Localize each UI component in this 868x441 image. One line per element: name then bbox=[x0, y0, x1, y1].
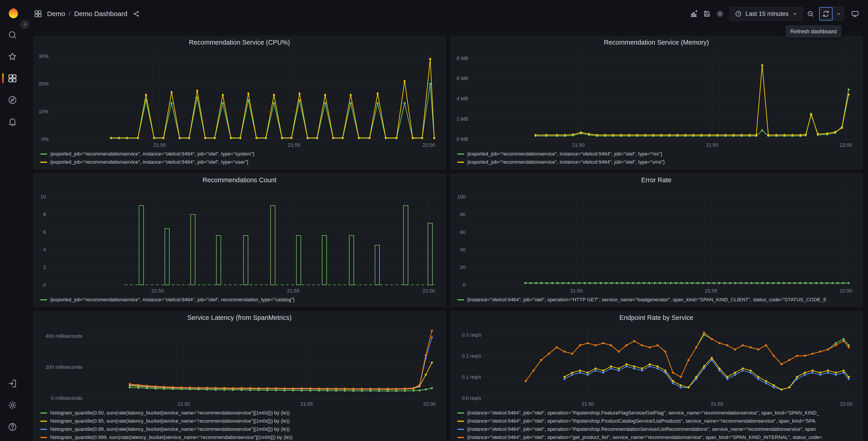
sidebar-item-explore[interactable] bbox=[0, 89, 25, 111]
sidebar-nav-top bbox=[0, 24, 25, 133]
svg-text:30%: 30% bbox=[38, 53, 49, 59]
svg-text:100: 100 bbox=[457, 194, 465, 200]
sidebar bbox=[0, 0, 25, 441]
svg-text:0.3 req/s: 0.3 req/s bbox=[462, 332, 481, 338]
legend-item[interactable]: {instance="otelcol:9464", job="otel", op… bbox=[457, 409, 858, 417]
svg-text:40: 40 bbox=[460, 247, 465, 253]
svg-text:4 MB: 4 MB bbox=[456, 96, 468, 101]
svg-text:0.2 req/s: 0.2 req/s bbox=[462, 353, 481, 359]
legend-label: histogram_quantile(0.50, sum(rate(latenc… bbox=[50, 410, 290, 416]
refresh-interval-dropdown[interactable] bbox=[834, 7, 844, 21]
save-dashboard-button[interactable] bbox=[700, 7, 713, 20]
panel-legend: {instance="otelcol:9464", job="otel", op… bbox=[451, 409, 863, 441]
sign-in-icon bbox=[8, 379, 17, 388]
legend-item[interactable]: {instance="otelcol:9464", job="otel", op… bbox=[457, 425, 858, 433]
grafana-logo-icon[interactable] bbox=[6, 7, 19, 20]
svg-text:21:55: 21:55 bbox=[711, 401, 723, 407]
svg-text:400 milliseconds: 400 milliseconds bbox=[45, 333, 82, 339]
legend-label: histogram_quantile(0.95, sum(rate(latenc… bbox=[50, 418, 290, 424]
legend-item[interactable]: histogram_quantile(0.95, sum(rate(latenc… bbox=[40, 417, 441, 425]
legend-label: {instance="otelcol:9464", job="otel", op… bbox=[467, 426, 816, 432]
add-panel-icon bbox=[690, 10, 698, 18]
legend-label: {instance="otelcol:9464", job="otel", op… bbox=[467, 297, 827, 303]
svg-text:20: 20 bbox=[460, 264, 465, 270]
time-range-picker[interactable]: Last 15 minutes bbox=[730, 7, 803, 21]
panel-title[interactable]: Recommendation Service (Memory) bbox=[451, 36, 863, 49]
legend-swatch bbox=[40, 153, 47, 155]
chevron-down-icon bbox=[836, 11, 841, 17]
panel-legend: {instance="otelcol:9464", job="otel", op… bbox=[451, 296, 863, 304]
gear-icon bbox=[8, 401, 17, 410]
breadcrumb-section[interactable]: Demo bbox=[47, 10, 65, 18]
legend-item[interactable]: {instance="otelcol:9464", job="otel", op… bbox=[457, 417, 858, 425]
svg-text:22:00: 22:00 bbox=[839, 142, 852, 148]
sidebar-item-dashboards[interactable] bbox=[0, 67, 25, 89]
chart-canvas[interactable]: 21:5021:5522:000246810 bbox=[37, 186, 441, 295]
refresh-tooltip: Refresh dashboard bbox=[786, 25, 841, 37]
zoom-out-time-button[interactable] bbox=[804, 7, 817, 21]
sidebar-item-settings[interactable] bbox=[0, 394, 25, 416]
breadcrumb-page[interactable]: Demo Dashboard bbox=[74, 10, 127, 18]
legend-item[interactable]: {instance="otelcol:9464", job="otel", op… bbox=[457, 296, 858, 304]
legend-item[interactable]: {exported_job="recommendationservice", i… bbox=[457, 158, 858, 166]
legend-item[interactable]: histogram_quantile(0.99, sum(rate(latenc… bbox=[40, 425, 441, 433]
svg-text:0.1 req/s: 0.1 req/s bbox=[462, 374, 481, 380]
svg-text:80: 80 bbox=[460, 212, 465, 217]
panel-endpoint-rate: Endpoint Rate by Service 21:5021:5522:00… bbox=[450, 311, 863, 441]
sidebar-expand-button[interactable] bbox=[20, 20, 29, 29]
legend-label: {exported_job="recommendationservice", i… bbox=[50, 159, 248, 165]
legend-item[interactable]: histogram_quantile(0.50, sum(rate(latenc… bbox=[40, 409, 441, 417]
svg-text:21:50: 21:50 bbox=[178, 401, 190, 407]
panel-recommendation-cpu: Recommendation Service (CPU%) 21:5021:55… bbox=[33, 36, 446, 169]
legend-item[interactable]: {instance="otelcol:9464", job="otel", op… bbox=[457, 433, 858, 441]
chevron-right-icon bbox=[23, 22, 27, 27]
legend-swatch bbox=[40, 299, 47, 300]
star-icon bbox=[8, 52, 17, 61]
legend-swatch bbox=[40, 421, 47, 422]
panel-title[interactable]: Service Latency (from SpanMetrics) bbox=[33, 312, 445, 324]
sidebar-item-sign-in[interactable] bbox=[0, 373, 25, 394]
svg-text:22:00: 22:00 bbox=[840, 401, 852, 407]
zoom-out-icon bbox=[807, 10, 814, 18]
legend-label: {exported_job="recommendationservice", i… bbox=[50, 151, 254, 157]
legend-label: histogram_quantile(0.99, sum(rate(latenc… bbox=[50, 426, 290, 432]
legend-item[interactable]: {exported_job="recommendationservice", i… bbox=[457, 150, 858, 158]
tv-mode-button[interactable] bbox=[848, 7, 862, 20]
dashboard-settings-button[interactable] bbox=[713, 7, 726, 20]
panel-title[interactable]: Recommendations Count bbox=[33, 174, 445, 186]
legend-item[interactable]: {exported_job="recommendationservice", i… bbox=[40, 296, 441, 304]
legend-item[interactable]: {exported_job="recommendationservice", i… bbox=[40, 158, 441, 166]
svg-text:60: 60 bbox=[460, 229, 465, 235]
panel-error-rate: Error Rate 21:5021:5522:00020406080100 {… bbox=[450, 174, 863, 307]
sidebar-item-help[interactable] bbox=[0, 416, 25, 438]
add-panel-button[interactable] bbox=[687, 7, 700, 20]
svg-text:4: 4 bbox=[43, 247, 46, 253]
svg-text:10: 10 bbox=[40, 194, 46, 200]
legend-item[interactable]: {exported_job="recommendationservice", i… bbox=[40, 150, 441, 158]
chart-canvas[interactable]: 21:5021:5522:000 milliseconds200 millise… bbox=[37, 324, 441, 408]
svg-text:21:50: 21:50 bbox=[570, 288, 583, 294]
svg-text:8 MB: 8 MB bbox=[456, 56, 468, 61]
chart-canvas[interactable]: 21:5021:5522:000 MB2 MB4 MB6 MB8 MB bbox=[455, 49, 859, 149]
legend-item[interactable]: histogram_quantile(0.999, sum(rate(laten… bbox=[40, 433, 441, 441]
legend-swatch bbox=[457, 161, 464, 163]
panel-title[interactable]: Recommendation Service (CPU%) bbox=[33, 36, 445, 49]
legend-swatch bbox=[457, 153, 464, 155]
share-dashboard-button[interactable] bbox=[133, 10, 140, 17]
svg-text:21:55: 21:55 bbox=[301, 401, 313, 407]
panel-title[interactable]: Endpoint Rate by Service bbox=[451, 312, 863, 324]
svg-text:0: 0 bbox=[43, 282, 46, 288]
chart-canvas[interactable]: 21:5021:5522:000.0 req/s0.1 req/s0.2 req… bbox=[455, 324, 859, 408]
refresh-dashboard-button[interactable] bbox=[819, 7, 833, 21]
svg-text:22:00: 22:00 bbox=[839, 288, 852, 294]
svg-text:21:50: 21:50 bbox=[153, 142, 166, 148]
sidebar-item-alerting[interactable] bbox=[0, 111, 25, 133]
chart-canvas[interactable]: 21:5021:5522:00020406080100 bbox=[455, 186, 859, 295]
legend-swatch bbox=[40, 161, 47, 163]
breadcrumb-separator: / bbox=[69, 10, 71, 18]
sidebar-item-starred[interactable] bbox=[0, 46, 25, 67]
svg-text:21:55: 21:55 bbox=[288, 142, 300, 148]
panel-title[interactable]: Error Rate bbox=[451, 174, 863, 186]
chevron-down-icon bbox=[792, 11, 798, 17]
chart-canvas[interactable]: 21:5021:5522:000%10%20%30% bbox=[37, 49, 441, 149]
